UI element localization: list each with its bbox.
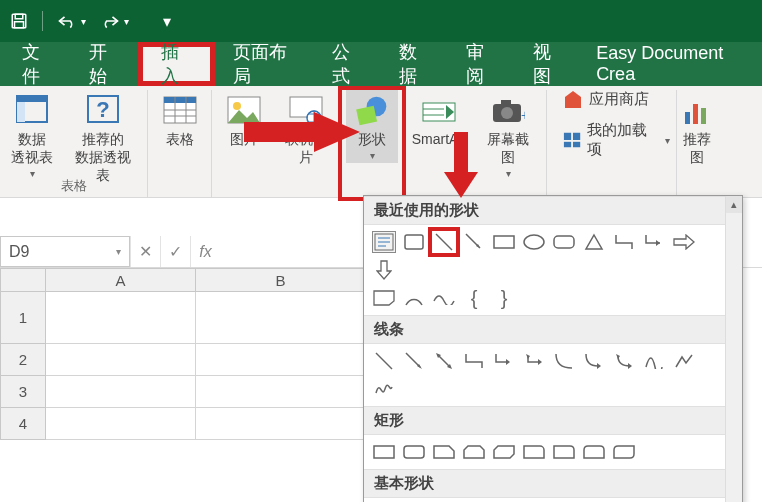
tab-data[interactable]: 数据 [381, 42, 448, 86]
column-header[interactable]: B [196, 268, 366, 292]
cell[interactable] [196, 344, 366, 376]
shape-brace-right[interactable]: } [492, 287, 516, 309]
shape-freeform[interactable] [672, 350, 696, 372]
shape-rect-rounded[interactable] [402, 231, 426, 253]
recommended-pivot-button[interactable]: ? 推荐的 数据透视表 [64, 90, 141, 186]
shape-rounded-rectangle[interactable] [402, 441, 426, 463]
cancel-formula-icon[interactable]: ✕ [130, 236, 160, 267]
shape-curve-arrow[interactable] [582, 350, 606, 372]
ribbon-tabs: 文件 开始 插入 页面布局 公式 数据 审阅 视图 Easy Document … [0, 42, 762, 86]
tab-review[interactable]: 审阅 [448, 42, 515, 86]
cell[interactable] [196, 376, 366, 408]
shape-snip-same-side[interactable] [462, 441, 486, 463]
svg-marker-56 [506, 359, 510, 365]
shape-line-double-arrow[interactable] [432, 350, 456, 372]
shapes-dropdown-panel: 最近使用的形状 { } 线条 [363, 195, 743, 502]
row-header[interactable]: 3 [0, 376, 46, 408]
shape-line-arrow[interactable] [402, 350, 426, 372]
shape-snip-single-corner[interactable] [432, 441, 456, 463]
svg-line-42 [436, 234, 452, 250]
shape-curve-double-arrow[interactable] [612, 350, 636, 372]
shape-round-diagonal[interactable] [612, 441, 636, 463]
shape-rectangle[interactable] [372, 441, 396, 463]
cell[interactable] [196, 292, 366, 344]
screenshot-icon: + [491, 94, 525, 128]
shape-brace-left[interactable]: { [462, 287, 486, 309]
svg-rect-30 [564, 133, 571, 140]
qat-customize-icon[interactable]: ▾ [163, 12, 171, 31]
smartart-button[interactable]: SmartArt [408, 90, 471, 181]
tab-insert[interactable]: 插入 [138, 42, 215, 86]
my-addins-button[interactable]: 我的加载项 ▾ [563, 121, 670, 159]
cell[interactable] [46, 376, 196, 408]
tab-page-layout[interactable]: 页面布局 [215, 42, 313, 86]
scrollbar[interactable]: ▴ [725, 196, 742, 502]
fx-icon[interactable]: fx [190, 236, 220, 267]
picture-button[interactable]: 图片 [218, 90, 270, 168]
column-header[interactable]: A [46, 268, 196, 292]
shape-wave[interactable] [432, 287, 456, 309]
shape-block-arrow-down[interactable] [372, 259, 396, 281]
tab-file[interactable]: 文件 [4, 42, 71, 86]
shape-rectangle[interactable] [492, 231, 516, 253]
scroll-up-icon[interactable]: ▴ [726, 196, 742, 213]
recommended-pivot-icon: ? [86, 94, 120, 128]
save-icon[interactable] [10, 12, 28, 30]
row-header[interactable]: 4 [0, 408, 46, 440]
svg-rect-35 [693, 104, 698, 124]
shape-scribble[interactable] [372, 378, 396, 400]
shape-textbox[interactable] [372, 231, 396, 253]
shape-rounded-rect[interactable] [552, 231, 576, 253]
redo-button[interactable]: ▾ [100, 13, 129, 29]
shape-arrow-line[interactable] [462, 231, 486, 253]
cell[interactable] [46, 344, 196, 376]
shape-elbow-double-arrow[interactable] [522, 350, 546, 372]
shape-snip-diagonal[interactable] [492, 441, 516, 463]
app-store-button[interactable]: 应用商店 [563, 90, 670, 109]
tab-easy-document[interactable]: Easy Document Crea [582, 42, 762, 86]
row-header[interactable]: 2 [0, 344, 46, 376]
tab-formulas[interactable]: 公式 [314, 42, 381, 86]
chevron-down-icon: ▾ [370, 150, 375, 161]
shape-elbow-arrow[interactable] [492, 350, 516, 372]
name-box[interactable]: D9 ▾ [0, 236, 130, 267]
shape-connector-elbow-arrow[interactable] [642, 231, 666, 253]
select-all-corner[interactable] [0, 268, 46, 292]
shape-curve[interactable] [642, 350, 666, 372]
undo-button[interactable]: ▾ [57, 13, 86, 29]
shape-curve-connector[interactable] [552, 350, 576, 372]
online-picture-button[interactable]: 联机图片 [276, 90, 336, 168]
shape-connector-elbow[interactable] [612, 231, 636, 253]
shape-snip-round[interactable] [522, 441, 546, 463]
shape-triangle[interactable] [582, 231, 606, 253]
confirm-formula-icon[interactable]: ✓ [160, 236, 190, 267]
cell[interactable] [196, 408, 366, 440]
chevron-down-icon[interactable]: ▾ [116, 246, 121, 257]
shape-line[interactable] [432, 231, 456, 253]
tab-home[interactable]: 开始 [71, 42, 138, 86]
chevron-down-icon[interactable]: ▾ [81, 16, 86, 27]
shape-round-single[interactable] [552, 441, 576, 463]
svg-rect-45 [494, 236, 514, 248]
svg-point-15 [233, 102, 241, 110]
shape-block-arrow-right[interactable] [672, 231, 696, 253]
svg-marker-60 [616, 354, 620, 359]
cell[interactable] [46, 408, 196, 440]
cell[interactable] [46, 292, 196, 344]
shape-round-same-side[interactable] [582, 441, 606, 463]
row-header[interactable]: 1 [0, 292, 46, 344]
screenshot-button[interactable]: + 屏幕截图 ▾ [477, 90, 540, 181]
shape-flowchart-offpage[interactable] [372, 287, 396, 309]
svg-point-25 [501, 107, 513, 119]
chevron-down-icon[interactable]: ▾ [124, 16, 129, 27]
shapes-button[interactable]: 形状 ▾ [346, 90, 398, 163]
pivot-table-button[interactable]: 数据 透视表 ▾ [6, 90, 58, 186]
shape-elbow-connector[interactable] [462, 350, 486, 372]
shape-arc[interactable] [402, 287, 426, 309]
tab-view[interactable]: 视图 [515, 42, 582, 86]
shape-oval[interactable] [522, 231, 546, 253]
recommended-charts-button[interactable]: 推荐 图 [671, 90, 723, 168]
shape-line[interactable] [372, 350, 396, 372]
table-button[interactable]: 表格 [154, 90, 206, 150]
ribbon: 数据 透视表 ▾ ? 推荐的 数据透视表 表格 表格 [0, 86, 762, 198]
